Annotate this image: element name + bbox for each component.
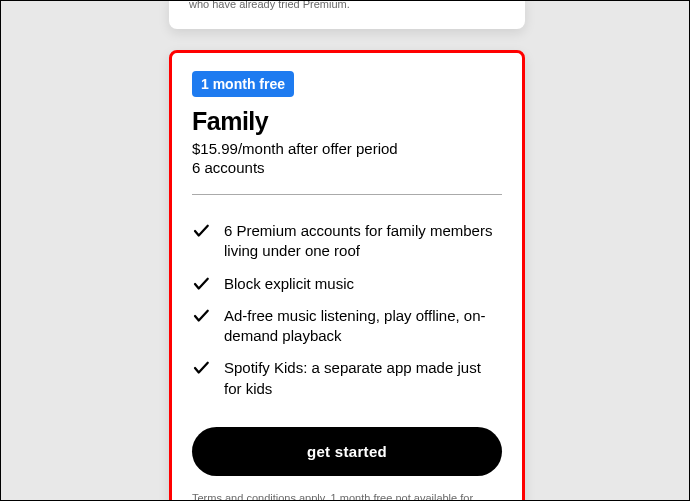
plan-title: Family	[192, 107, 502, 136]
feature-text: Block explicit music	[224, 274, 354, 294]
feature-text: 6 Premium accounts for family members li…	[224, 221, 502, 262]
divider	[192, 194, 502, 195]
check-icon	[192, 359, 210, 377]
terms-text: Terms and conditions apply. 1 month free…	[192, 490, 502, 501]
promo-badge: 1 month free	[192, 71, 294, 97]
list-item: Block explicit music	[192, 274, 502, 294]
feature-text: Spotify Kids: a separate app made just f…	[224, 358, 502, 399]
check-icon	[192, 307, 210, 325]
prev-terms-text: who have already tried Premium.	[189, 0, 505, 13]
check-icon	[192, 222, 210, 240]
accounts-line: 6 accounts	[192, 159, 502, 176]
family-plan-card: 1 month free Family $15.99/month after o…	[169, 50, 525, 501]
feature-text: Ad-free music listening, play offline, o…	[224, 306, 502, 347]
price-line: $15.99/month after offer period	[192, 140, 502, 157]
check-icon	[192, 275, 210, 293]
get-started-button[interactable]: get started	[192, 427, 502, 476]
list-item: Spotify Kids: a separate app made just f…	[192, 358, 502, 399]
list-item: Ad-free music listening, play offline, o…	[192, 306, 502, 347]
features-list: 6 Premium accounts for family members li…	[192, 221, 502, 399]
list-item: 6 Premium accounts for family members li…	[192, 221, 502, 262]
previous-plan-card-partial: who have already tried Premium.	[169, 0, 525, 29]
terms-link[interactable]: Terms and conditions apply.	[192, 492, 328, 501]
